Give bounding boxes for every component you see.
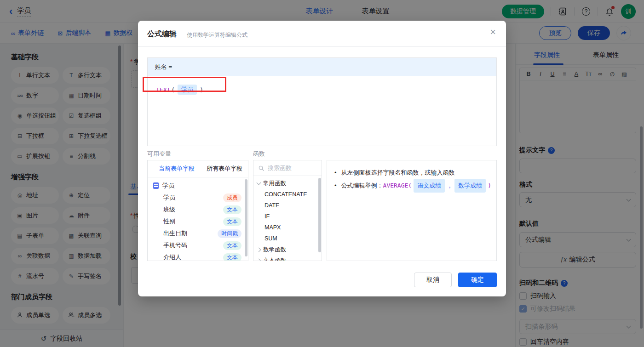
functions-scrollbar[interactable]	[318, 178, 321, 252]
tab-current-form-fields[interactable]: 当前表单字段	[159, 165, 195, 173]
example-function: AVERAGE(	[383, 180, 412, 192]
variable-row-介绍人[interactable]: 介绍人文本	[148, 251, 248, 261]
function-item-CONCATENATE[interactable]: CONCATENATE	[253, 189, 322, 200]
close-icon[interactable]: ×	[490, 27, 496, 37]
variables-panel: 当前表单字段 所有表单字段 学员 学员成员班级文本性别文本出生日期时间戳手机号码…	[147, 160, 248, 261]
function-label: SUM	[264, 235, 277, 242]
variable-name: 班级	[163, 205, 223, 214]
function-label: CONCATENATE	[264, 191, 307, 198]
function-item-DATE[interactable]: DATE	[253, 200, 322, 211]
variables-scrollbar[interactable]	[245, 179, 247, 256]
variable-name: 性别	[163, 217, 223, 226]
function-search	[253, 160, 322, 176]
variable-type-tag: 文本	[223, 217, 242, 226]
variable-type-tag: 文本	[223, 241, 242, 250]
tip-line-1: •公式编辑举例： AVERAGE(语文成绩，数学成绩)	[334, 179, 489, 193]
function-label: 文本函数	[263, 257, 286, 262]
example-field-chip: 语文成绩	[414, 179, 445, 193]
variable-row-学员[interactable]: 学员成员	[148, 192, 248, 204]
functions-panel: 常用函数CONCATENATEDATEIFMAPXSUM数学函数文本函数	[253, 160, 322, 261]
chevron-right-icon	[257, 258, 261, 261]
function-label: IF	[264, 213, 270, 220]
function-group-文本函数[interactable]: 文本函数	[253, 255, 322, 261]
form-doc-icon	[153, 182, 159, 189]
modal-title: 公式编辑	[147, 29, 177, 39]
tab-all-form-fields[interactable]: 所有表单字段	[207, 165, 242, 173]
annotation-red-rectangle	[143, 77, 226, 92]
variable-name: 出生日期	[163, 229, 218, 238]
modal-subtitle: 使用数学运算符编辑公式	[187, 31, 247, 39]
function-item-SUM[interactable]: SUM	[253, 233, 322, 244]
variable-type-tag: 时间戳	[218, 229, 242, 238]
variable-row-班级[interactable]: 班级文本	[148, 204, 248, 216]
formula-result-row: 姓名 =	[148, 58, 496, 76]
variable-row-手机号码[interactable]: 手机号码文本	[148, 239, 248, 251]
modal-header: 公式编辑 使用数学运算符编辑公式 ×	[138, 21, 506, 47]
variable-name: 介绍人	[163, 253, 223, 261]
variable-type-tag: 文本	[223, 253, 242, 262]
function-group-数学函数[interactable]: 数学函数	[253, 244, 322, 255]
chevron-right-icon	[257, 247, 261, 252]
variable-name: 学员	[163, 193, 223, 202]
form-designer-page: ‹ 学员 表单设计 表单设置 数据管理 ? 训 ∞表单外链⊠后端脚	[0, 0, 644, 347]
tree-root-label: 学员	[162, 182, 242, 190]
variable-name: 手机号码	[163, 241, 223, 250]
variable-type-tag: 文本	[223, 205, 242, 214]
comma: ，	[447, 180, 453, 192]
variable-row-出生日期[interactable]: 出生日期时间戳	[148, 228, 248, 239]
tip-line-0: •从左侧面板选择字段名和函数，或输入函数	[334, 167, 489, 179]
function-item-IF[interactable]: IF	[253, 211, 322, 222]
function-label: 数学函数	[263, 246, 286, 254]
tree-root-row[interactable]: 学员	[148, 180, 248, 192]
function-label: 常用函数	[263, 180, 286, 188]
function-item-MAPX[interactable]: MAPX	[253, 222, 322, 233]
search-icon	[258, 165, 264, 171]
variable-row-性别[interactable]: 性别文本	[148, 216, 248, 228]
formula-edit-modal: 公式编辑 使用数学运算符编辑公式 × 姓名 = TEXT ( 学员 ) 可用变量…	[138, 21, 506, 296]
function-group-常用函数[interactable]: 常用函数	[253, 178, 322, 189]
tip-prefix: 公式编辑举例：	[341, 180, 383, 192]
confirm-button[interactable]: 确定	[458, 273, 497, 287]
function-label: DATE	[264, 202, 279, 209]
search-input[interactable]	[268, 165, 314, 171]
variables-label: 可用变量	[147, 150, 171, 158]
example-field-chip: 数学成绩	[454, 179, 486, 193]
cancel-button[interactable]: 取消	[414, 273, 452, 287]
functions-label: 函数	[253, 150, 265, 158]
variables-tabs: 当前表单字段 所有表单字段	[148, 160, 248, 177]
formula-editor[interactable]: 姓名 = TEXT ( 学员 )	[147, 57, 497, 146]
tips-panel: •从左侧面板选择字段名和函数，或输入函数•公式编辑举例： AVERAGE(语文成…	[327, 160, 497, 261]
bullet: •	[334, 180, 337, 192]
tip-text: 从左侧面板选择字段名和函数，或输入函数	[341, 167, 455, 179]
chevron-down-icon	[257, 181, 261, 185]
function-label: MAPX	[264, 224, 281, 231]
bullet: •	[334, 167, 337, 179]
variable-type-tag: 成员	[223, 193, 242, 202]
paren-close: )	[488, 180, 491, 192]
